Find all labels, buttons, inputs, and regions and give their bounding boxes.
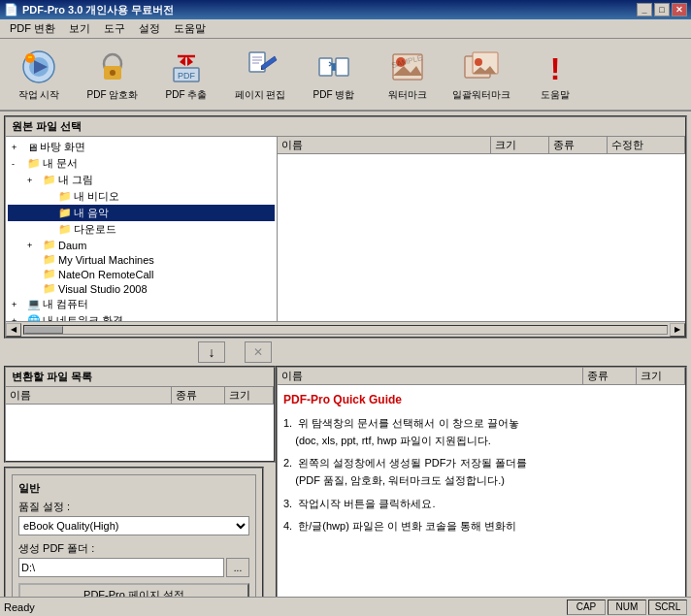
toolbar-pageedit-label: 페이지 편집: [235, 88, 286, 102]
guide-title: PDF-Pro Quick Guide: [283, 391, 679, 409]
menu-settings[interactable]: 설정: [133, 19, 166, 38]
convert-col-type[interactable]: 종류: [172, 387, 225, 404]
menu-view[interactable]: 보기: [63, 19, 96, 38]
downloads-icon: 📁: [58, 223, 72, 236]
toolbar-batch-watermark-button[interactable]: 일괄워터마크: [448, 43, 514, 106]
tree-item-daum[interactable]: + 📁 Daum: [8, 238, 275, 252]
tree-expand-desktop[interactable]: +: [12, 143, 27, 152]
quality-select[interactable]: eBook Quality(High): [18, 516, 249, 535]
folder-input-row: ...: [18, 558, 249, 577]
guide-col-size[interactable]: 크기: [637, 368, 685, 384]
file-list-body: [278, 154, 685, 321]
window-title: PDF-Pro 3.0 개인사용 무료버전: [22, 3, 174, 17]
convert-col-size[interactable]: 크기: [225, 387, 274, 404]
tree-label-vms: My Virtual Machines: [58, 254, 154, 266]
tree-item-network[interactable]: + 🌐 내 네트워크 환경: [8, 312, 275, 321]
tree-expand-mypics[interactable]: +: [27, 176, 43, 185]
tree-item-mycomp[interactable]: + 💻 내 컴퓨터: [8, 296, 275, 312]
mycomp-icon: 💻: [27, 298, 41, 310]
tree-item-mypics[interactable]: + 📁 내 그림: [8, 172, 275, 188]
tree-scrollbar[interactable]: ◀ ▶: [6, 321, 685, 337]
toolbar-start-button[interactable]: 작업 시작: [6, 43, 72, 106]
status-bar: Ready CAP NUM SCRL: [0, 597, 691, 616]
tree-item-downloads[interactable]: 📁 다운로드: [8, 221, 275, 238]
tree-label-desktop: 바탕 화면: [40, 140, 85, 154]
col-modified[interactable]: 수정한: [608, 137, 685, 153]
scroll-thumb[interactable]: [24, 326, 63, 334]
toolbar-encrypt-button[interactable]: PDF 암호화: [80, 43, 146, 106]
merge-icon: [314, 48, 353, 86]
convert-list-body[interactable]: [6, 405, 274, 461]
tree-item-vms[interactable]: 📁 My Virtual Machines: [8, 252, 275, 267]
down-arrow-icon: ↓: [209, 344, 215, 360]
guide-col-type[interactable]: 종류: [583, 368, 637, 384]
remove-from-list-button[interactable]: ✕: [245, 341, 272, 363]
tree-item-mydocs[interactable]: - 📁 내 문서: [8, 155, 275, 172]
menu-help[interactable]: 도움말: [168, 19, 212, 38]
scroll-right-button[interactable]: ▶: [670, 323, 685, 337]
arrow-row: ↓ ✕: [4, 339, 687, 366]
folder-input[interactable]: [18, 558, 224, 577]
help-icon: !: [536, 48, 575, 86]
add-to-list-button[interactable]: ↓: [198, 341, 225, 363]
settings-group: 일반 품질 설정 : eBook Quality(High) 생성 PDF 폴더…: [12, 474, 256, 614]
tree-item-nateon[interactable]: 📁 NateOn RemoteCall: [8, 267, 275, 281]
myvideo-icon: 📁: [58, 190, 72, 203]
guide-col-name[interactable]: 이름: [278, 368, 583, 384]
toolbar-help-button[interactable]: ! 도움말: [522, 43, 588, 106]
daum-icon: 📁: [43, 239, 56, 251]
file-list-header: 이름 크기 종류 수정한: [278, 137, 685, 154]
menu-tools[interactable]: 도구: [98, 19, 131, 38]
window-icon: 📄: [4, 3, 18, 16]
window: 📄 PDF-Pro 3.0 개인사용 무료버전 _ □ ✕ PDF 변환 보기 …: [0, 0, 691, 616]
tree-label-downloads: 다운로드: [74, 222, 116, 237]
convert-section: 변환할 파일 목록 이름 종류 크기: [4, 366, 276, 463]
tree-label-daum: Daum: [58, 240, 86, 251]
close-button[interactable]: ✕: [672, 3, 687, 16]
tree-item-desktop[interactable]: + 🖥 바탕 화면: [8, 139, 275, 155]
convert-col-name[interactable]: 이름: [6, 387, 172, 404]
svg-rect-14: [336, 58, 348, 76]
tree-item-myvideo[interactable]: 📁 내 비디오: [8, 188, 275, 205]
bottom-area: 변환할 파일 목록 이름 종류 크기 일반 품질 설정 : eBook Qual…: [4, 366, 687, 616]
extract-icon: PDF: [167, 48, 206, 86]
guide-item-2: 2. 왼쪽의 설정창에서 생성될 PDF가 저장될 폴더를 (PDF 품질, 암…: [283, 455, 679, 489]
menu-pdf-convert[interactable]: PDF 변환: [4, 19, 61, 38]
tree-label-mypics: 내 그림: [58, 173, 93, 187]
source-section: 원본 파일 선택 + 🖥 바탕 화면 - 📁 내 문서: [4, 115, 687, 339]
toolbar-watermark-label: 워터마크: [388, 88, 427, 102]
tree-item-vs2008[interactable]: 📁 Visual Studio 2008: [8, 281, 275, 296]
mymusic-icon: 📁: [58, 207, 72, 219]
maximize-button[interactable]: □: [654, 3, 670, 16]
start-icon: [19, 48, 58, 86]
toolbar-merge-button[interactable]: PDF 병합: [301, 43, 367, 106]
browse-button[interactable]: ...: [226, 558, 249, 577]
tree-item-mymusic[interactable]: 📁 내 음악: [8, 205, 275, 221]
toolbar-help-label: 도움말: [541, 88, 570, 102]
mypics-icon: 📁: [43, 174, 56, 186]
toolbar: 작업 시작 PDF 암호화 PDF: [0, 39, 691, 112]
scroll-left-button[interactable]: ◀: [6, 323, 21, 337]
source-section-header: 원본 파일 선택: [6, 117, 685, 137]
quality-label: 품질 설정 :: [18, 500, 249, 514]
svg-text:PDF: PDF: [178, 71, 196, 81]
toolbar-encrypt-label: PDF 암호화: [87, 88, 139, 102]
convert-section-header: 변환할 파일 목록: [6, 368, 274, 387]
tree-panel[interactable]: + 🖥 바탕 화면 - 📁 내 문서 + 📁 내 그림: [6, 137, 278, 321]
scroll-track[interactable]: [23, 325, 668, 335]
folder-label: 생성 PDF 폴더 :: [18, 541, 249, 556]
col-size[interactable]: 크기: [491, 137, 549, 153]
guide-item-1: 1. 위 탐색창의 문서를 선택해서 이 창으로 끌어놓 (doc, xls, …: [283, 415, 679, 449]
tree-expand-mydocs[interactable]: -: [12, 159, 27, 169]
guide-panel: 이름 종류 크기 PDF-Pro Quick Guide 1. 위 탐색창의 문…: [276, 366, 687, 616]
svg-point-5: [110, 70, 115, 76]
col-type[interactable]: 종류: [549, 137, 608, 153]
toolbar-watermark-button[interactable]: SAMPLE 워터마크: [375, 43, 441, 106]
tree-expand-mycomp[interactable]: +: [12, 300, 27, 309]
tree-expand-daum[interactable]: +: [27, 241, 43, 250]
minimize-button[interactable]: _: [637, 3, 652, 16]
col-name[interactable]: 이름: [278, 137, 491, 153]
guide-content: PDF-Pro Quick Guide 1. 위 탐색창의 문서를 선택해서 이…: [278, 385, 685, 605]
toolbar-extract-button[interactable]: PDF PDF 추출: [153, 43, 219, 106]
toolbar-pageedit-button[interactable]: 페이지 편집: [227, 43, 293, 106]
